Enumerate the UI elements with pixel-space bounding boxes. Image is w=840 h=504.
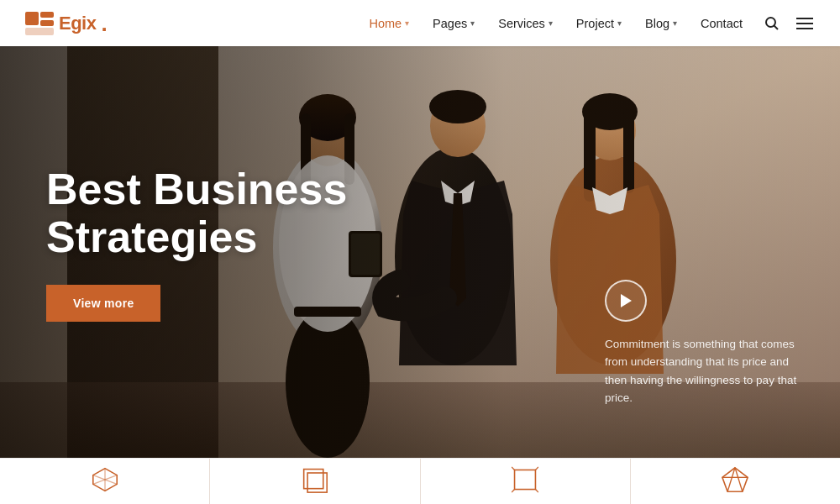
svg-rect-38 (515, 470, 536, 489)
svg-marker-43 (722, 468, 748, 491)
nav-link-project[interactable]: Project ▾ (576, 17, 622, 30)
nav-link-blog[interactable]: Blog ▾ (645, 17, 677, 30)
play-button[interactable] (605, 280, 647, 322)
nav-item-pages[interactable]: Pages ▾ (433, 17, 475, 30)
bottom-item-1 (0, 459, 210, 504)
svg-line-5 (774, 25, 779, 29)
svg-marker-31 (621, 294, 632, 307)
svg-rect-36 (304, 470, 323, 489)
box-icon (92, 466, 118, 496)
hero-title: Best Business Strategies (46, 165, 399, 261)
nav-item-services[interactable]: Services ▾ (498, 17, 553, 30)
nav-icons (763, 14, 815, 33)
svg-rect-0 (25, 12, 39, 25)
bottom-icon-bar (0, 458, 840, 504)
hero-section: Best Business Strategies View more Commi… (0, 46, 840, 458)
nav-link-services[interactable]: Services ▾ (498, 17, 553, 30)
svg-line-41 (512, 490, 515, 493)
nav-link-contact[interactable]: Contact (701, 17, 743, 30)
svg-rect-37 (307, 473, 327, 492)
nav-item-blog[interactable]: Blog ▾ (645, 17, 677, 30)
hero-right-overlay: Commitment is something that comes from … (605, 280, 798, 407)
hamburger-icon (796, 17, 813, 30)
chevron-down-icon: ▾ (673, 18, 677, 28)
diamond-icon (722, 466, 748, 496)
svg-line-40 (536, 467, 539, 470)
svg-rect-1 (40, 12, 54, 18)
nav-item-home[interactable]: Home ▾ (369, 17, 409, 30)
svg-point-4 (766, 18, 775, 27)
bottom-item-2 (210, 459, 420, 504)
search-button[interactable] (763, 14, 781, 33)
search-icon (764, 16, 780, 31)
svg-rect-3 (25, 28, 54, 35)
frame-icon (512, 466, 538, 496)
nav-link-pages[interactable]: Pages ▾ (433, 17, 475, 30)
nav-link-home[interactable]: Home ▾ (369, 17, 409, 30)
hero-quote-text: Commitment is something that comes from … (605, 335, 798, 407)
svg-line-39 (512, 467, 515, 470)
view-more-button[interactable]: View more (46, 285, 160, 322)
bottom-item-3 (421, 459, 631, 504)
chevron-down-icon: ▾ (405, 18, 409, 28)
bottom-item-4 (631, 459, 840, 504)
logo[interactable]: Egix. (25, 12, 107, 35)
chevron-down-icon: ▾ (549, 18, 553, 28)
svg-rect-2 (40, 20, 54, 26)
logo-icon (25, 12, 54, 35)
brand-dot: . (101, 13, 107, 34)
nav-links: Home ▾ Pages ▾ Services ▾ Project ▾ Blog (369, 17, 743, 30)
nav-item-project[interactable]: Project ▾ (576, 17, 622, 30)
play-icon (619, 293, 633, 308)
nav-item-contact[interactable]: Contact (701, 17, 743, 30)
chevron-down-icon: ▾ (470, 18, 475, 28)
svg-line-42 (536, 490, 539, 493)
brand-name: Egix (59, 13, 96, 34)
layers-icon (302, 466, 328, 496)
chevron-down-icon: ▾ (617, 18, 622, 28)
navbar: Egix. Home ▾ Pages ▾ Services ▾ Project … (0, 0, 840, 46)
menu-button[interactable] (795, 15, 815, 32)
